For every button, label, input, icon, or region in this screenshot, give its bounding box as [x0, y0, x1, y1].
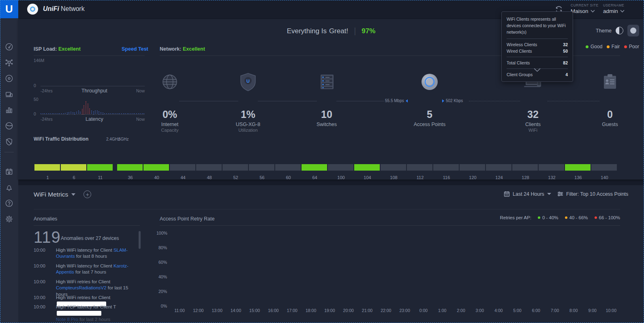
channel-segment-112[interactable]	[407, 164, 432, 171]
x-axis-label: 6:00	[527, 308, 546, 313]
channel-segment-6[interactable]	[61, 164, 86, 171]
light-theme-icon[interactable]	[616, 27, 623, 34]
ubiquiti-logo[interactable]: U	[0, 0, 18, 18]
tooltip-row-total: Total Clients82	[507, 60, 568, 65]
client-link[interactable]: CompteursRadiationsV2	[56, 285, 107, 290]
anomaly-text: High TCP latency for Client TNote 8 Pro …	[56, 304, 137, 323]
channel-segment-44[interactable]	[170, 164, 195, 171]
filter-value: Filter: Top 10 Access Points	[566, 191, 628, 197]
sidebar-item-security[interactable]	[0, 135, 18, 148]
sidebar-item-insights[interactable]	[0, 120, 18, 132]
x-axis-label: 14:00	[227, 308, 245, 313]
channel-segment-1[interactable]	[34, 164, 60, 171]
network-node-internet[interactable]: 0% Internet Capacity	[145, 72, 194, 133]
status-score: 97%	[362, 27, 375, 35]
network-node-switches[interactable]: 10 Switches	[302, 72, 351, 128]
current-site-selector[interactable]: CURRENT SITE Maison	[571, 3, 599, 14]
anomalies-scrollbar[interactable]	[139, 231, 141, 249]
time-range-selector[interactable]: Last 24 Hours	[504, 191, 551, 197]
security-icon	[5, 137, 13, 146]
channel-segment-48[interactable]	[196, 164, 222, 171]
dark-theme-button[interactable]	[627, 25, 639, 36]
x-axis-label: 15:00	[245, 308, 264, 313]
alerts-icon	[5, 183, 13, 192]
unifi-ap-logo-icon	[27, 4, 38, 15]
channel-labels-5ghz: 3640444852566064100104108112116120124128…	[117, 175, 618, 180]
sidebar-item-events[interactable]	[0, 165, 18, 178]
y-axis-label: 20%	[156, 289, 167, 294]
channel-segment-64[interactable]	[302, 164, 327, 171]
latency-bar	[98, 111, 99, 114]
sidebar-item-help[interactable]	[0, 197, 18, 209]
retry-rate-title: Access Point Retry Rate	[160, 216, 214, 222]
y-axis-label: 100%	[156, 231, 167, 235]
x-axis-label: 19:00	[320, 308, 339, 313]
x-axis-label: 18:00	[302, 308, 320, 313]
channel-segment-52[interactable]	[223, 164, 248, 171]
chevron-down-icon	[591, 10, 595, 13]
channel-segment-36[interactable]	[117, 164, 143, 171]
quality-legend-poor: Poor	[624, 44, 639, 49]
latency-x-right: Now	[136, 117, 145, 122]
channel-label-1: 1	[34, 175, 61, 180]
network-node-guests[interactable]: 0 Guests	[586, 72, 634, 128]
channel-segment-108[interactable]	[381, 164, 406, 171]
channel-segment-100[interactable]	[328, 164, 353, 171]
isp-load-status: Excellent	[58, 46, 81, 52]
sidebar-item-settings[interactable]	[0, 213, 18, 225]
channel-segment-116[interactable]	[433, 164, 459, 171]
wifi-metrics-header[interactable]: WiFi Metrics +	[34, 190, 91, 198]
quality-legend-good: Good	[586, 44, 602, 49]
channel-segment-56[interactable]	[249, 164, 274, 171]
channel-segment-40[interactable]	[143, 164, 169, 171]
channel-segment-140[interactable]	[591, 164, 617, 171]
channel-segment-120[interactable]	[460, 164, 485, 171]
statistics-icon	[5, 106, 13, 114]
channel-segment-11[interactable]	[87, 164, 113, 171]
username-selector[interactable]: USERNAME admin	[603, 3, 625, 14]
channel-label-132: 132	[539, 175, 565, 180]
insights-icon	[5, 122, 13, 130]
client-link[interactable]: Note 8 Pro	[56, 317, 78, 322]
legend-dot-icon	[565, 216, 567, 219]
network-header: Network: Excellent	[160, 46, 205, 52]
channel-label-112: 112	[407, 175, 433, 180]
app-title-light: Network	[61, 5, 85, 12]
filter-selector[interactable]: Filter: Top 10 Access Points	[557, 191, 628, 197]
sidebar-item-dashboard[interactable]	[0, 41, 18, 53]
sidebar-item-clients[interactable]	[0, 88, 18, 100]
calendar-icon	[504, 191, 510, 197]
channel-segment-136[interactable]	[565, 164, 591, 171]
network-node-usg-xg-8[interactable]: U 1% USG-XG-8 Utilization	[224, 72, 272, 133]
y-axis-label: 60%	[156, 260, 167, 265]
latency-bar	[82, 109, 83, 114]
status-dot-icon	[624, 45, 627, 48]
x-axis-label: 3:00	[471, 308, 489, 313]
channel-segment-104[interactable]	[354, 164, 380, 171]
x-axis-label: 0:00	[414, 308, 433, 313]
retry-legend: Retries per AP:0 - 40%40 - 66%66 - 100%	[492, 215, 620, 220]
channel-segment-128[interactable]	[512, 164, 538, 171]
sidebar-item-alerts[interactable]	[0, 181, 18, 193]
sidebar-item-devices[interactable]	[0, 72, 18, 84]
latency-bar	[78, 111, 79, 114]
channel-segment-132[interactable]	[539, 164, 564, 171]
channel-segment-60[interactable]	[275, 164, 301, 171]
node-label: USG-XG-8	[224, 122, 272, 127]
sidebar-item-topology[interactable]	[0, 56, 18, 68]
speed-test-link[interactable]: Speed Test	[122, 46, 148, 52]
dashboard-icon	[5, 43, 13, 51]
latency-bar	[93, 111, 94, 114]
legend-dot-icon	[595, 216, 597, 219]
ap-icon	[420, 72, 439, 92]
current-site-value: Maison	[571, 8, 588, 14]
channel-label-136: 136	[565, 175, 591, 180]
channel-label-124: 124	[486, 175, 512, 180]
channel-segment-124[interactable]	[486, 164, 511, 171]
upload-rate: 502 Kbps	[442, 98, 463, 103]
add-metric-button[interactable]: +	[83, 190, 91, 198]
sidebar-item-statistics[interactable]	[0, 104, 18, 116]
time-range-value: Last 24 Hours	[513, 191, 544, 197]
redacted-text	[57, 311, 101, 316]
anomaly-time: 10:00	[34, 304, 56, 323]
